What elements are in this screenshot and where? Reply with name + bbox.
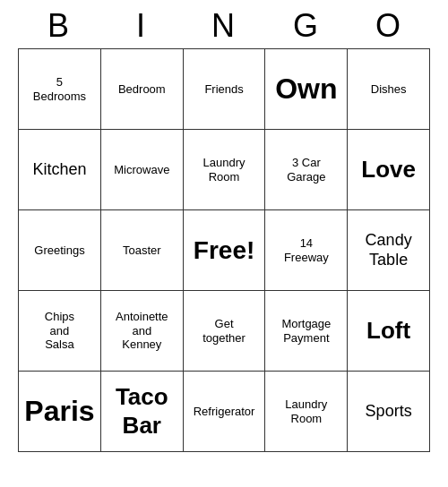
cell-2-1: Toaster — [100, 210, 183, 291]
cell-2-2: Free! — [183, 210, 265, 291]
cell-4-4: Sports — [348, 372, 430, 452]
title-n: N — [185, 7, 263, 45]
cell-3-4: Loft — [348, 291, 430, 372]
table-row: ChipsandSalsaAntoinetteandKenneyGettoget… — [19, 291, 430, 372]
cell-4-2: Refrigerator — [183, 372, 265, 452]
cell-1-0: Kitchen — [19, 130, 101, 210]
cell-3-0: ChipsandSalsa — [19, 291, 101, 372]
title-g: G — [267, 7, 346, 45]
cell-0-0: 5Bedrooms — [19, 49, 101, 130]
cell-4-0: Paris — [19, 372, 101, 452]
cell-0-4: Dishes — [348, 49, 430, 130]
cell-2-3: 14Freeway — [265, 210, 348, 291]
title-i: I — [102, 7, 181, 45]
bingo-title: B I N G O — [18, 0, 430, 48]
cell-0-2: Friends — [183, 49, 265, 130]
table-row: ParisTacoBarRefrigeratorLaundryRoomSport… — [19, 372, 430, 452]
title-o: O — [349, 7, 428, 45]
cell-1-4: Love — [348, 130, 430, 210]
cell-1-3: 3 CarGarage — [265, 130, 348, 210]
table-row: 5BedroomsBedroomFriendsOwnDishes — [19, 49, 430, 130]
bingo-grid: 5BedroomsBedroomFriendsOwnDishesKitchenM… — [18, 48, 430, 452]
cell-1-2: LaundryRoom — [183, 130, 265, 210]
title-b: B — [20, 7, 99, 45]
cell-3-3: MortgagePayment — [265, 291, 348, 372]
cell-4-3: LaundryRoom — [265, 372, 348, 452]
table-row: GreetingsToasterFree!14FreewayCandyTable — [19, 210, 430, 291]
cell-2-0: Greetings — [19, 210, 101, 291]
table-row: KitchenMicrowaveLaundryRoom3 CarGarageLo… — [19, 130, 430, 210]
cell-4-1: TacoBar — [100, 372, 183, 452]
cell-3-1: AntoinetteandKenney — [100, 291, 183, 372]
cell-0-1: Bedroom — [100, 49, 183, 130]
cell-2-4: CandyTable — [348, 210, 430, 291]
cell-1-1: Microwave — [100, 130, 183, 210]
cell-0-3: Own — [265, 49, 348, 130]
cell-3-2: Gettogether — [183, 291, 265, 372]
